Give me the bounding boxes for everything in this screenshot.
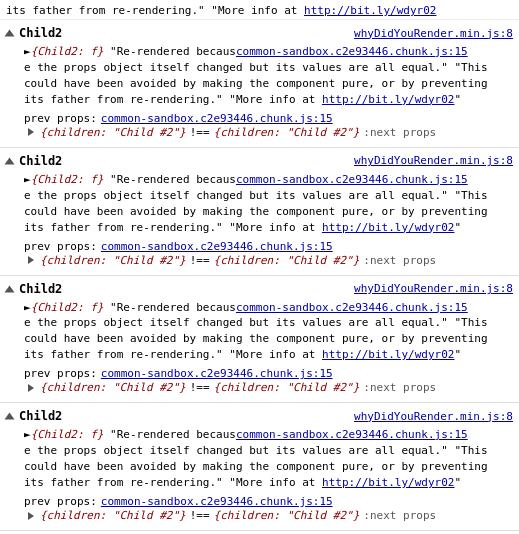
reason-italic-0: {Child2: f} [31,45,104,58]
diff-next-0: {children: "Child #2"} [214,126,360,139]
component-name-3: Child2 [19,409,62,423]
top-partial-link[interactable]: http://bit.ly/wdyr02 [304,4,436,17]
props-file-link-0[interactable]: common-sandbox.c2e93446.chunk.js:15 [101,112,333,125]
top-partial-before: its father from re-rendering." "More inf… [6,4,304,17]
panel-body-0: ►{Child2: f} "Re-rendered becauscommon-s… [0,42,519,143]
reason-text-0: ►{Child2: f} "Re-rendered becauscommon-s… [24,45,488,106]
not-equal-2: !== [190,381,210,394]
not-equal-3: !== [190,509,210,522]
prev-props-label-2: prev props: [24,367,97,380]
prev-props-row-2: prev props: common-sandbox.c2e93446.chun… [24,367,503,380]
reason-more-link-1[interactable]: http://bit.ly/wdyr02 [322,221,454,234]
panel-body-2: ►{Child2: f} "Re-rendered becauscommon-s… [0,298,519,399]
reason-text-1: ►{Child2: f} "Re-rendered becauscommon-s… [24,173,488,234]
diff-prev-1: {children: "Child #2"} [40,254,186,267]
diff-row-0: {children: "Child #2"} !== {children: "C… [24,126,503,139]
prev-props-row-1: prev props: common-sandbox.c2e93446.chun… [24,240,503,253]
diff-row-2: {children: "Child #2"} !== {children: "C… [24,381,503,394]
reason-block-0: ►{Child2: f} "Re-rendered becauscommon-s… [24,44,503,108]
not-equal-0: !== [190,126,210,139]
reason-block-1: ►{Child2: f} "Re-rendered becauscommon-s… [24,172,503,236]
panel-header-3[interactable]: Child2 whyDidYouRender.min.js:8 [0,407,519,425]
panel-1: Child2 whyDidYouRender.min.js:8 ►{Child2… [0,148,519,276]
reason-more-link-3[interactable]: http://bit.ly/wdyr02 [322,476,454,489]
prev-props-row-0: prev props: common-sandbox.c2e93446.chun… [24,112,503,125]
panel-2: Child2 whyDidYouRender.min.js:8 ►{Child2… [0,276,519,404]
panel-header-2[interactable]: Child2 whyDidYouRender.min.js:8 [0,280,519,298]
panel-3: Child2 whyDidYouRender.min.js:8 ►{Child2… [0,403,519,531]
top-partial-text: its father from re-rendering." "More inf… [0,0,519,20]
reason-italic-2: {Child2: f} [31,301,104,314]
expand-triangle-1 [5,157,15,164]
panel-header-0[interactable]: Child2 whyDidYouRender.min.js:8 [0,24,519,42]
not-equal-1: !== [190,254,210,267]
reason-text-2: ►{Child2: f} "Re-rendered becauscommon-s… [24,301,488,362]
reason-more-link-2[interactable]: http://bit.ly/wdyr02 [322,348,454,361]
prev-props-row-3: prev props: common-sandbox.c2e93446.chun… [24,495,503,508]
diff-triangle-3 [28,512,34,520]
reason-file-link-2[interactable]: common-sandbox.c2e93446.chunk.js:15 [236,301,468,314]
expand-triangle-0 [5,30,15,37]
component-name-1: Child2 [19,154,62,168]
reason-block-2: ►{Child2: f} "Re-rendered becauscommon-s… [24,300,503,364]
next-props-label-2: :next props [363,381,436,394]
diff-triangle-2 [28,384,34,392]
prev-props-label-0: prev props: [24,112,97,125]
reason-file-link-1[interactable]: common-sandbox.c2e93446.chunk.js:15 [236,173,468,186]
next-props-label-0: :next props [363,126,436,139]
diff-row-1: {children: "Child #2"} !== {children: "C… [24,254,503,267]
component-name-2: Child2 [19,282,62,296]
reason-file-link-3[interactable]: common-sandbox.c2e93446.chunk.js:15 [236,428,468,441]
prev-props-label-3: prev props: [24,495,97,508]
diff-next-1: {children: "Child #2"} [214,254,360,267]
diff-row-3: {children: "Child #2"} !== {children: "C… [24,509,503,522]
file-link-3[interactable]: whyDidYouRender.min.js:8 [354,410,513,423]
diff-prev-3: {children: "Child #2"} [40,509,186,522]
reason-italic-1: {Child2: f} [31,173,104,186]
panel-header-1[interactable]: Child2 whyDidYouRender.min.js:8 [0,152,519,170]
reason-block-3: ►{Child2: f} "Re-rendered becauscommon-s… [24,427,503,491]
reason-text-3: ►{Child2: f} "Re-rendered becauscommon-s… [24,428,488,489]
diff-next-3: {children: "Child #2"} [214,509,360,522]
diff-next-2: {children: "Child #2"} [214,381,360,394]
expand-triangle-2 [5,285,15,292]
props-file-link-1[interactable]: common-sandbox.c2e93446.chunk.js:15 [101,240,333,253]
panel-0: Child2 whyDidYouRender.min.js:8 ►{Child2… [0,20,519,148]
expand-triangle-3 [5,413,15,420]
diff-prev-0: {children: "Child #2"} [40,126,186,139]
reason-more-link-0[interactable]: http://bit.ly/wdyr02 [322,93,454,106]
props-file-link-3[interactable]: common-sandbox.c2e93446.chunk.js:15 [101,495,333,508]
file-link-0[interactable]: whyDidYouRender.min.js:8 [354,27,513,40]
props-file-link-2[interactable]: common-sandbox.c2e93446.chunk.js:15 [101,367,333,380]
diff-triangle-0 [28,128,34,136]
panel-body-1: ►{Child2: f} "Re-rendered becauscommon-s… [0,170,519,271]
component-name-0: Child2 [19,26,62,40]
next-props-label-3: :next props [363,509,436,522]
next-props-label-1: :next props [363,254,436,267]
panel-body-3: ►{Child2: f} "Re-rendered becauscommon-s… [0,425,519,526]
diff-triangle-1 [28,256,34,264]
reason-italic-3: {Child2: f} [31,428,104,441]
file-link-2[interactable]: whyDidYouRender.min.js:8 [354,282,513,295]
diff-prev-2: {children: "Child #2"} [40,381,186,394]
file-link-1[interactable]: whyDidYouRender.min.js:8 [354,154,513,167]
prev-props-label-1: prev props: [24,240,97,253]
reason-file-link-0[interactable]: common-sandbox.c2e93446.chunk.js:15 [236,45,468,58]
